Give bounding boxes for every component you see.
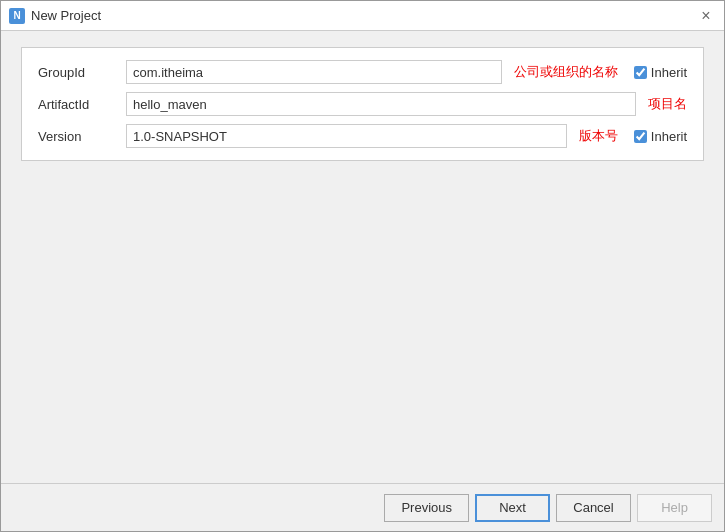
groupid-inherit-checkbox[interactable] xyxy=(634,66,647,79)
artifactid-input[interactable] xyxy=(126,92,636,116)
groupid-label: GroupId xyxy=(38,65,118,80)
content-area: GroupId 公司或组织的名称 Inherit ArtifactId 项目名 … xyxy=(1,31,724,483)
title-bar: N New Project × xyxy=(1,1,724,31)
close-button[interactable]: × xyxy=(696,6,716,26)
version-row: Version 版本号 Inherit xyxy=(38,124,687,148)
cancel-button[interactable]: Cancel xyxy=(556,494,631,522)
groupid-input[interactable] xyxy=(126,60,502,84)
version-input[interactable] xyxy=(126,124,567,148)
groupid-row: GroupId 公司或组织的名称 Inherit xyxy=(38,60,687,84)
version-inherit-group: Inherit xyxy=(634,129,687,144)
next-button[interactable]: Next xyxy=(475,494,550,522)
button-bar: Previous Next Cancel Help xyxy=(1,483,724,531)
artifactid-label: ArtifactId xyxy=(38,97,118,112)
version-inherit-checkbox[interactable] xyxy=(634,130,647,143)
help-button[interactable]: Help xyxy=(637,494,712,522)
artifactid-annotation: 项目名 xyxy=(648,95,687,113)
version-label: Version xyxy=(38,129,118,144)
groupid-annotation: 公司或组织的名称 xyxy=(514,63,618,81)
version-inherit-label: Inherit xyxy=(651,129,687,144)
window-icon: N xyxy=(9,8,25,24)
version-annotation: 版本号 xyxy=(579,127,618,145)
artifactid-row: ArtifactId 项目名 xyxy=(38,92,687,116)
window-title: New Project xyxy=(31,8,696,23)
form-area: GroupId 公司或组织的名称 Inherit ArtifactId 项目名 … xyxy=(21,47,704,161)
groupid-inherit-label: Inherit xyxy=(651,65,687,80)
groupid-inherit-group: Inherit xyxy=(634,65,687,80)
new-project-window: N New Project × GroupId 公司或组织的名称 Inherit… xyxy=(0,0,725,532)
previous-button[interactable]: Previous xyxy=(384,494,469,522)
